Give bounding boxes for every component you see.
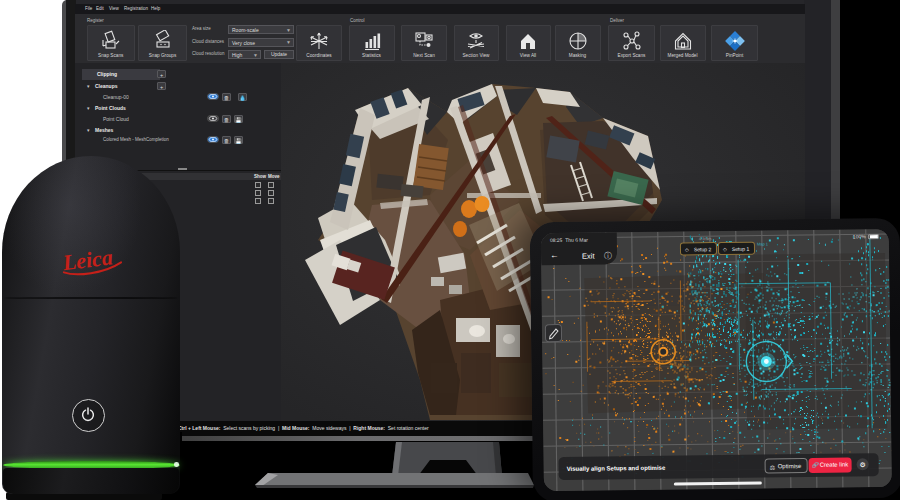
- svg-text:Leica: Leica: [60, 244, 114, 275]
